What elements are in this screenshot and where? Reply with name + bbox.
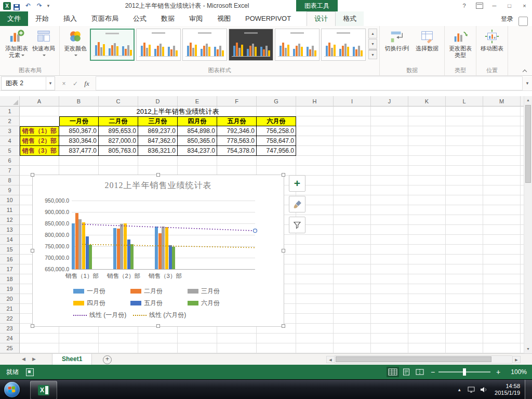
undo-button[interactable]: ↶ (22, 0, 34, 11)
horizontal-scroll-thumb[interactable] (336, 356, 491, 362)
cell-A25[interactable] (20, 343, 59, 353)
row-header-16[interactable]: 16 (0, 255, 20, 264)
cell-H25[interactable] (296, 343, 334, 353)
tab-数据[interactable]: 数据 (154, 11, 182, 26)
legend-六月份[interactable]: 六月份 (188, 299, 220, 308)
cell-E24[interactable] (178, 334, 217, 343)
cell-L25[interactable] (446, 343, 483, 353)
zoom-slider-thumb[interactable] (463, 368, 466, 376)
cell-I23[interactable] (334, 324, 371, 334)
cell-H22[interactable] (296, 314, 334, 324)
next-sheet-button[interactable]: ▶ (32, 354, 36, 365)
cell-M4[interactable] (483, 136, 521, 146)
normal-view-button[interactable] (387, 367, 399, 377)
column-header-K[interactable]: K (408, 96, 446, 107)
row-header-10[interactable]: 10 (0, 195, 20, 205)
cell-M25[interactable] (483, 343, 521, 353)
cell-H19[interactable] (296, 284, 334, 294)
cell-L10[interactable] (446, 195, 483, 205)
cell-H18[interactable] (296, 274, 334, 284)
zoom-level[interactable]: 100% (507, 368, 527, 376)
cell-M11[interactable] (483, 205, 521, 215)
chart-style-thumbnail-样式 5[interactable] (275, 29, 320, 61)
cell-C3[interactable]: 895,653.0 (99, 126, 138, 136)
cell-G3[interactable]: 756,258.0 (257, 126, 296, 136)
chart-title[interactable]: 2012上半年销售业绩统计表 (33, 180, 284, 191)
cell-A24[interactable] (20, 334, 59, 343)
cell-I5[interactable] (334, 146, 371, 156)
cell-H24[interactable] (296, 334, 334, 343)
start-button[interactable] (4, 382, 20, 397)
cell-K16[interactable] (408, 255, 446, 264)
column-header-H[interactable]: H (296, 96, 334, 107)
formula-input[interactable] (96, 76, 523, 90)
tab-格式[interactable]: 格式 (336, 11, 364, 26)
change-chart-type-button[interactable]: 更改图表类型 (447, 27, 474, 60)
cell-H6[interactable] (296, 156, 334, 166)
save-button[interactable] (11, 2, 22, 10)
cell-I4[interactable] (334, 136, 371, 146)
macro-record-icon[interactable] (26, 368, 34, 376)
cell-L19[interactable] (446, 284, 483, 294)
cell-I6[interactable] (334, 156, 371, 166)
cell-I24[interactable] (334, 334, 371, 343)
cell-L14[interactable] (446, 235, 483, 245)
cell-B25[interactable] (59, 343, 99, 353)
cell-K6[interactable] (408, 156, 446, 166)
cell-A6[interactable] (20, 156, 59, 166)
cell-I10[interactable] (334, 195, 371, 205)
minimize-button[interactable]: ─ (487, 0, 502, 11)
cell-K4[interactable] (408, 136, 446, 146)
cell-L6[interactable] (446, 156, 483, 166)
cell-B6[interactable] (59, 156, 99, 166)
column-header-I[interactable]: I (334, 96, 371, 107)
cell-J3[interactable] (371, 126, 408, 136)
cell-K23[interactable] (408, 324, 446, 334)
cell-B2[interactable]: 一月份 (59, 116, 99, 126)
horizontal-scroll-track[interactable] (335, 355, 512, 364)
cell-I14[interactable] (334, 235, 371, 245)
cell-M1[interactable] (483, 107, 521, 116)
cell-L2[interactable] (446, 116, 483, 126)
cell-C4[interactable]: 827,000.0 (99, 136, 138, 146)
cell-I2[interactable] (334, 116, 371, 126)
cell-I11[interactable] (334, 205, 371, 215)
chart-resize-handle[interactable] (156, 173, 160, 177)
cell-A5[interactable]: 销售（3）部 (20, 146, 59, 156)
cell-H23[interactable] (296, 324, 334, 334)
cell-M18[interactable] (483, 274, 521, 284)
legend-线性 (一月份)[interactable]: 线性 (一月份) (73, 311, 126, 320)
chart-resize-handle[interactable] (282, 324, 285, 328)
cell-L9[interactable] (446, 185, 483, 195)
cell-M13[interactable] (483, 225, 521, 235)
tab-开始[interactable]: 开始 (28, 11, 56, 26)
cell-F25[interactable] (217, 343, 257, 353)
row-header-19[interactable]: 19 (0, 284, 20, 294)
tab-插入[interactable]: 插入 (56, 11, 84, 26)
cell-L1[interactable] (446, 107, 483, 116)
select-all-corner[interactable] (0, 96, 20, 107)
cell-I15[interactable] (334, 245, 371, 255)
cell-I9[interactable] (334, 185, 371, 195)
cell-I7[interactable] (334, 166, 371, 176)
column-header-E[interactable]: E (178, 96, 217, 107)
cell-M8[interactable] (483, 176, 521, 185)
cell-C24[interactable] (99, 334, 138, 343)
cell-D3[interactable]: 869,237.0 (138, 126, 178, 136)
insert-function-button[interactable]: fx (81, 79, 92, 88)
column-header-M[interactable]: M (483, 96, 521, 107)
cell-E3[interactable]: 854,898.0 (178, 126, 217, 136)
row-header-4[interactable]: 4 (0, 136, 20, 146)
cell-L16[interactable] (446, 255, 483, 264)
cell-M19[interactable] (483, 284, 521, 294)
trendline-endpoint-marker[interactable] (254, 229, 257, 233)
cell-K2[interactable] (408, 116, 446, 126)
legend-线性 (六月份)[interactable]: 线性 (六月份) (133, 311, 186, 320)
zoom-out-button[interactable]: − (428, 368, 437, 376)
cell-E4[interactable]: 850,365.0 (178, 136, 217, 146)
row-header-14[interactable]: 14 (0, 235, 20, 245)
scroll-right-icon[interactable]: ▶ (512, 356, 521, 363)
cell-M21[interactable] (483, 304, 521, 314)
cell-B24[interactable] (59, 334, 99, 343)
zoom-slider[interactable] (438, 371, 490, 373)
